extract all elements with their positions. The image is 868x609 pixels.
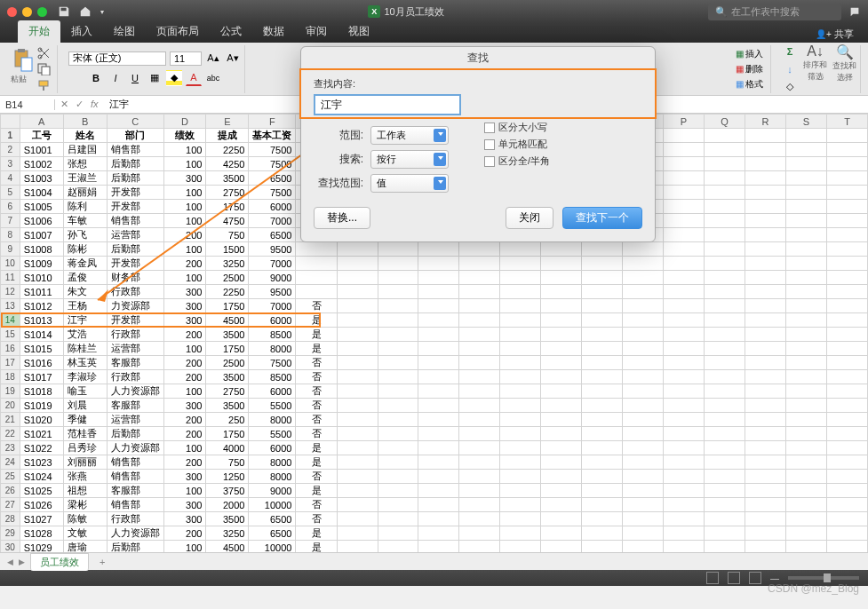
checkbox-option[interactable]: 单元格匹配 bbox=[484, 138, 550, 151]
cell[interactable] bbox=[337, 399, 378, 413]
col-header[interactable]: D bbox=[163, 115, 206, 129]
cell[interactable] bbox=[540, 370, 581, 384]
cell[interactable]: 6500 bbox=[249, 512, 296, 526]
cell[interactable] bbox=[540, 470, 581, 484]
cell[interactable] bbox=[337, 271, 378, 285]
cell[interactable] bbox=[786, 257, 827, 271]
cell[interactable] bbox=[827, 171, 868, 186]
cell[interactable]: 唐瑜 bbox=[63, 541, 107, 553]
cell[interactable]: 1750 bbox=[206, 342, 249, 356]
cell[interactable] bbox=[622, 384, 663, 399]
cell[interactable] bbox=[458, 512, 499, 526]
cell[interactable] bbox=[337, 313, 378, 328]
cell[interactable] bbox=[827, 498, 868, 512]
cell[interactable]: 否 bbox=[296, 384, 337, 399]
cell[interactable]: 3750 bbox=[206, 484, 249, 498]
cell[interactable] bbox=[786, 484, 827, 498]
row-header[interactable]: 25 bbox=[1, 470, 20, 484]
checkbox-icon[interactable] bbox=[484, 139, 495, 150]
cell[interactable] bbox=[581, 271, 622, 285]
cell[interactable] bbox=[378, 342, 418, 356]
cell[interactable] bbox=[704, 242, 745, 257]
cell[interactable] bbox=[337, 328, 378, 342]
cell[interactable]: 100 bbox=[163, 541, 206, 553]
cell[interactable] bbox=[418, 271, 459, 285]
cell[interactable]: 开发部 bbox=[107, 257, 163, 271]
cell[interactable] bbox=[499, 413, 540, 427]
cell[interactable] bbox=[540, 342, 581, 356]
row-header[interactable]: 10 bbox=[1, 257, 20, 271]
cell[interactable] bbox=[458, 484, 499, 498]
cell[interactable] bbox=[704, 484, 745, 498]
cell[interactable] bbox=[745, 228, 786, 242]
cell[interactable] bbox=[622, 285, 663, 299]
row-header[interactable]: 27 bbox=[1, 498, 20, 512]
row-header[interactable]: 15 bbox=[1, 328, 20, 342]
cell[interactable] bbox=[704, 228, 745, 242]
cell[interactable]: 3500 bbox=[206, 328, 249, 342]
cell[interactable]: 8000 bbox=[249, 342, 296, 356]
cell[interactable] bbox=[786, 526, 827, 541]
cell[interactable] bbox=[663, 228, 704, 242]
cell[interactable] bbox=[540, 455, 581, 470]
cell[interactable] bbox=[418, 299, 459, 313]
cell[interactable] bbox=[663, 356, 704, 370]
cell[interactable] bbox=[378, 470, 418, 484]
cell[interactable]: 吕建国 bbox=[63, 143, 107, 157]
cell[interactable]: 客服部 bbox=[107, 399, 163, 413]
cell[interactable]: 200 bbox=[163, 413, 206, 427]
cell[interactable]: 3500 bbox=[206, 512, 249, 526]
cell[interactable]: 开发部 bbox=[107, 186, 163, 200]
cell[interactable] bbox=[458, 384, 499, 399]
col-header[interactable]: C bbox=[107, 115, 163, 129]
cell[interactable] bbox=[622, 328, 663, 342]
cell[interactable] bbox=[296, 285, 337, 299]
cell[interactable]: 江宇 bbox=[63, 313, 107, 328]
cell[interactable] bbox=[745, 257, 786, 271]
cell[interactable] bbox=[418, 441, 459, 455]
cell[interactable] bbox=[827, 257, 868, 271]
cell[interactable] bbox=[418, 285, 459, 299]
cell[interactable]: 1500 bbox=[206, 242, 249, 257]
cell[interactable] bbox=[786, 328, 827, 342]
cell[interactable] bbox=[663, 384, 704, 399]
cell[interactable] bbox=[337, 498, 378, 512]
cell[interactable] bbox=[786, 541, 827, 553]
cell[interactable]: 7000 bbox=[249, 299, 296, 313]
share-button[interactable]: 👤+ 共享 bbox=[810, 26, 859, 43]
col-header[interactable]: R bbox=[745, 115, 786, 129]
cell[interactable] bbox=[663, 441, 704, 455]
row-header[interactable]: 1 bbox=[1, 129, 20, 143]
cell[interactable]: S1017 bbox=[20, 370, 63, 384]
cell[interactable] bbox=[540, 356, 581, 370]
cell[interactable] bbox=[581, 526, 622, 541]
cell[interactable]: 艾浩 bbox=[63, 328, 107, 342]
cell[interactable] bbox=[378, 271, 418, 285]
close-button[interactable]: 关闭 bbox=[506, 207, 553, 229]
cell[interactable] bbox=[786, 214, 827, 228]
cell[interactable] bbox=[704, 470, 745, 484]
tab-审阅[interactable]: 审阅 bbox=[295, 20, 338, 43]
cell[interactable] bbox=[786, 384, 827, 399]
cell[interactable] bbox=[663, 541, 704, 553]
cell[interactable]: 是 bbox=[296, 541, 337, 553]
italic-button[interactable]: I bbox=[108, 70, 123, 86]
cell[interactable]: 人力资源部 bbox=[107, 526, 163, 541]
cell[interactable]: 8000 bbox=[249, 470, 296, 484]
cell[interactable]: 梁彬 bbox=[63, 498, 107, 512]
cell[interactable]: 100 bbox=[163, 342, 206, 356]
cell[interactable] bbox=[581, 484, 622, 498]
cell[interactable] bbox=[704, 200, 745, 214]
cell[interactable] bbox=[540, 328, 581, 342]
cell[interactable] bbox=[499, 342, 540, 356]
cell[interactable] bbox=[540, 484, 581, 498]
cell[interactable]: 100 bbox=[163, 186, 206, 200]
cell[interactable] bbox=[663, 342, 704, 356]
cell[interactable]: 行政部 bbox=[107, 512, 163, 526]
cell[interactable] bbox=[499, 427, 540, 441]
cell[interactable]: 孙飞 bbox=[63, 228, 107, 242]
row-header[interactable]: 24 bbox=[1, 455, 20, 470]
cell[interactable] bbox=[378, 455, 418, 470]
decrease-font-icon[interactable]: A▾ bbox=[225, 51, 241, 67]
sort-filter-button[interactable]: A↓ bbox=[803, 44, 827, 59]
